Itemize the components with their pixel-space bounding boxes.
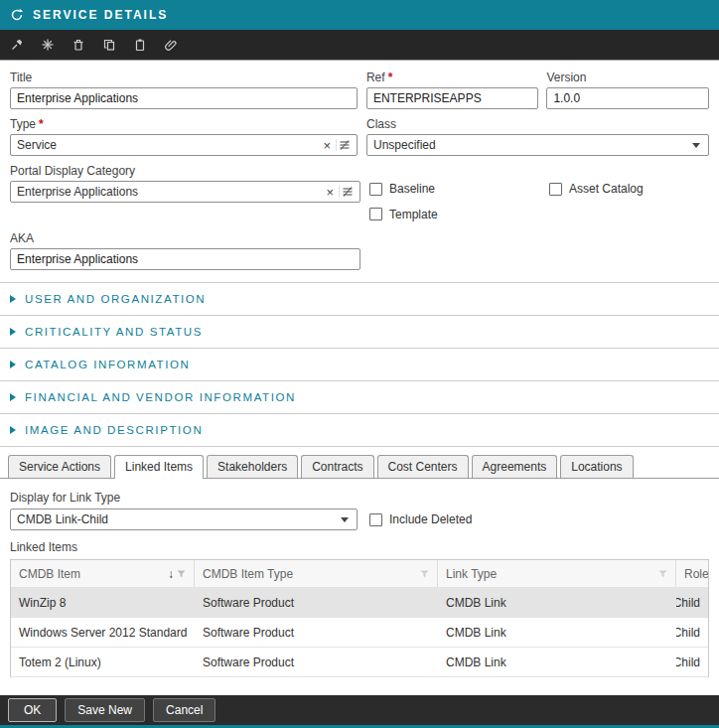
cmdb-item-cell: WinZip 8 <box>11 588 195 617</box>
aka-input[interactable] <box>10 248 360 270</box>
paste-icon[interactable] <box>132 37 148 53</box>
filter-icon[interactable] <box>420 570 429 578</box>
clear-icon[interactable]: × <box>318 138 336 153</box>
cmdb-item-cell: Windows Server 2012 Standard <box>11 618 195 647</box>
version-label: Version <box>546 71 709 84</box>
class-select[interactable]: Unspecified <box>366 134 709 156</box>
class-field-group: Class Unspecified <box>366 117 709 156</box>
table-row[interactable]: Windows Server 2012 Standard Software Pr… <box>11 618 708 648</box>
link-type-select[interactable]: CMDB Link-Child <box>10 509 358 530</box>
service-details-form: Title Ref* Version Type* Service × <box>0 61 719 270</box>
delete-icon[interactable] <box>71 37 86 53</box>
ref-field-group: Ref* <box>366 71 538 109</box>
link-type-cell: CMDB Link <box>438 588 676 617</box>
table-header-row: CMDB Item ↓ CMDB Item Type Link Type <box>11 560 708 588</box>
aka-field-group: AKA <box>10 231 360 270</box>
filter-icon[interactable] <box>177 570 186 578</box>
ref-input[interactable] <box>366 87 538 109</box>
template-checkbox[interactable]: Template <box>369 208 438 221</box>
attachment-icon[interactable] <box>163 37 179 53</box>
section-financial-and-vendor-information[interactable]: FINANCIAL AND VENDOR INFORMATION <box>0 381 719 414</box>
section-criticality-and-status[interactable]: CRITICALITY AND STATUS <box>0 316 719 349</box>
version-input[interactable] <box>546 87 709 109</box>
expand-arrow-icon <box>10 295 16 303</box>
role-cell: Child <box>676 648 708 676</box>
link-type-cell: CMDB Link <box>438 648 676 676</box>
linked-items-panel: Display for Link Type CMDB Link-Child In… <box>0 479 719 677</box>
ok-button[interactable]: OK <box>8 698 57 722</box>
page-title: SERVICE DETAILS <box>33 8 168 22</box>
tab-contracts[interactable]: Contracts <box>301 455 373 478</box>
include-deleted-label: Include Deleted <box>389 512 472 526</box>
filter-icon[interactable] <box>658 570 667 578</box>
asset-catalog-label: Asset Catalog <box>569 182 644 196</box>
tab-cost-centers[interactable]: Cost Centers <box>377 455 469 478</box>
pin-icon[interactable] <box>9 37 25 53</box>
portal-display-category-combo[interactable]: Enterprise Applications × <box>10 181 360 203</box>
tab-locations[interactable]: Locations <box>560 455 633 478</box>
checkbox-box <box>369 513 382 526</box>
required-mark: * <box>388 71 393 84</box>
cmdb-item-type-cell: Software Product <box>195 588 438 617</box>
title-input[interactable] <box>10 87 358 109</box>
ref-label: Ref <box>366 71 385 84</box>
cmdb-item-type-cell: Software Product <box>195 618 438 647</box>
template-label: Template <box>389 208 438 221</box>
portal-display-category-value: Enterprise Applications <box>11 185 321 199</box>
baseline-checkbox[interactable]: Baseline <box>369 182 435 196</box>
section-label: CRITICALITY AND STATUS <box>25 326 203 338</box>
link-type-label: Display for Link Type <box>10 491 358 505</box>
role-cell: Child <box>676 618 708 647</box>
section-label: USER AND ORGANIZATION <box>25 293 206 305</box>
table-row[interactable]: WinZip 8 Software Product CMDB Link Chil… <box>11 588 708 618</box>
linked-items-table: CMDB Item ↓ CMDB Item Type Link Type <box>10 559 709 677</box>
include-deleted-checkbox[interactable]: Include Deleted <box>369 512 472 526</box>
column-header-role[interactable]: Role <box>676 560 708 587</box>
type-combo[interactable]: Service × <box>10 134 358 156</box>
refresh-icon[interactable] <box>10 8 24 22</box>
section-user-and-organization[interactable]: USER AND ORGANIZATION <box>0 283 719 316</box>
section-catalog-information[interactable]: CATALOG INFORMATION <box>0 349 719 381</box>
link-type-field-group: Display for Link Type CMDB Link-Child <box>10 491 358 530</box>
section-label: FINANCIAL AND VENDOR INFORMATION <box>25 391 296 403</box>
class-label: Class <box>366 117 709 131</box>
portal-display-category-label: Portal Display Category <box>10 164 360 178</box>
collapsible-sections: USER AND ORGANIZATION CRITICALITY AND ST… <box>0 282 719 447</box>
section-image-and-description[interactable]: IMAGE AND DESCRIPTION <box>0 414 719 447</box>
tab-stakeholders[interactable]: Stakeholders <box>207 455 298 478</box>
asset-catalog-checkbox[interactable]: Asset Catalog <box>549 182 644 196</box>
browse-icon[interactable] <box>339 186 360 198</box>
column-header-cmdb-item[interactable]: CMDB Item ↓ <box>11 560 195 587</box>
copy-icon[interactable] <box>101 37 117 53</box>
browse-icon[interactable] <box>336 139 357 151</box>
tab-linked-items[interactable]: Linked Items <box>114 455 204 479</box>
linked-items-list-title: Linked Items <box>10 540 709 554</box>
baseline-label: Baseline <box>389 182 435 196</box>
section-label: IMAGE AND DESCRIPTION <box>25 424 203 436</box>
column-header-cmdb-item-type[interactable]: CMDB Item Type <box>195 560 438 587</box>
section-label: CATALOG INFORMATION <box>25 359 191 370</box>
tab-service-actions[interactable]: Service Actions <box>8 455 111 478</box>
type-value: Service <box>11 138 318 152</box>
class-value: Unspecified <box>373 138 436 152</box>
required-mark: * <box>39 117 44 131</box>
chevron-down-icon <box>692 143 700 148</box>
chevron-down-icon <box>341 517 349 522</box>
role-cell: Child <box>676 588 708 617</box>
portal-display-category-field-group: Portal Display Category Enterprise Appli… <box>10 164 360 223</box>
sort-descending-icon[interactable]: ↓ <box>168 567 174 581</box>
tab-agreements[interactable]: Agreements <box>472 455 558 478</box>
cmdb-item-type-cell: Software Product <box>195 648 438 676</box>
link-type-cell: CMDB Link <box>438 618 676 647</box>
window-titlebar: SERVICE DETAILS <box>0 0 719 30</box>
cmdb-item-cell: Totem 2 (Linux) <box>11 648 195 676</box>
clear-icon[interactable]: × <box>321 185 339 200</box>
checkbox-box <box>369 183 382 196</box>
snowflake-icon[interactable] <box>40 37 56 53</box>
toolbar <box>0 30 719 61</box>
column-header-link-type[interactable]: Link Type <box>438 560 676 587</box>
title-field-group: Title <box>10 71 358 109</box>
table-row[interactable]: Totem 2 (Linux) Software Product CMDB Li… <box>11 648 708 677</box>
cancel-button[interactable]: Cancel <box>153 698 216 722</box>
save-new-button[interactable]: Save New <box>65 698 145 722</box>
